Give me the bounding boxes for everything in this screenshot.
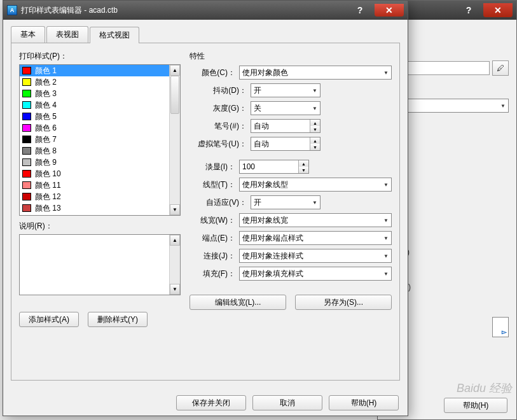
- titlebar: A 打印样式表编辑器 - acad.ctb ? ✕: [3, 1, 408, 20]
- color-swatch-icon: [22, 204, 31, 212]
- pen-label: 笔号(#)：: [190, 121, 247, 132]
- dither-combo[interactable]: 开: [251, 83, 321, 97]
- tab-basic[interactable]: 基本: [11, 26, 45, 43]
- joinstyle-label: 连接(J)：: [190, 251, 235, 262]
- list-item[interactable]: 颜色 9: [20, 157, 169, 168]
- linetype-value: 使用对象线型: [242, 179, 288, 190]
- fillstyle-combo[interactable]: 使用对象填充样式: [239, 267, 392, 281]
- dither-label: 抖动(D)：: [190, 85, 247, 96]
- save-close-button[interactable]: 保存并关闭: [176, 395, 246, 410]
- list-item-label: 颜色 8: [35, 146, 57, 157]
- spin-up-icon[interactable]: ▲: [310, 137, 320, 144]
- scroll-thumb[interactable]: [170, 76, 179, 114]
- color-swatch-icon: [22, 181, 31, 189]
- vpen-value: 自动: [254, 139, 269, 150]
- grayscale-combo[interactable]: 关: [251, 101, 321, 115]
- desc-scroll-up-icon[interactable]: ▲: [170, 235, 180, 246]
- list-item-label: 颜色 1: [35, 66, 57, 76]
- list-item[interactable]: 颜色 10: [20, 168, 169, 179]
- tab-bar: 基本 表视图 格式视图: [11, 26, 400, 43]
- pen-value: 自动: [254, 121, 269, 132]
- spin-down-icon[interactable]: ▼: [310, 126, 320, 132]
- help-button[interactable]: 帮助(H): [329, 395, 399, 410]
- list-item-label: 颜色 6: [35, 123, 57, 134]
- list-item-label: 颜色 13: [35, 203, 61, 214]
- list-item[interactable]: 颜色 7: [20, 134, 169, 145]
- bg-help-button[interactable]: ?: [454, 3, 483, 17]
- fillstyle-value: 使用对象填充样式: [242, 269, 303, 279]
- list-item-label: 颜色 4: [35, 100, 57, 111]
- description-label: 说明(R)：: [19, 221, 181, 232]
- desc-scroll-down-icon[interactable]: ▼: [170, 284, 180, 295]
- lineweight-combo[interactable]: 使用对象线宽: [239, 213, 392, 227]
- grayscale-value: 关: [254, 103, 261, 114]
- list-item[interactable]: 颜色 11: [20, 179, 169, 191]
- cancel-button[interactable]: 取消: [252, 395, 322, 410]
- tab-form[interactable]: 格式视图: [90, 27, 139, 43]
- delete-style-button[interactable]: 删除样式(Y): [88, 312, 148, 327]
- list-item-label: 颜色 12: [35, 192, 61, 202]
- adaptive-value: 开: [254, 197, 261, 208]
- list-item[interactable]: 颜色 2: [20, 76, 169, 88]
- add-style-button[interactable]: 添加样式(A): [19, 312, 79, 327]
- grayscale-label: 灰度(G)：: [190, 103, 247, 114]
- endstyle-combo[interactable]: 使用对象端点样式: [239, 231, 392, 245]
- scroll-up-icon[interactable]: ▲: [170, 65, 180, 76]
- list-item[interactable]: 颜色 1: [20, 65, 169, 76]
- titlebar-help-button[interactable]: ?: [345, 4, 375, 17]
- color-swatch-icon: [22, 147, 31, 155]
- color-value: 使用对象颜色: [242, 67, 288, 78]
- list-item-label: 颜色 11: [35, 180, 61, 191]
- scroll-down-icon[interactable]: ▼: [170, 204, 180, 215]
- pen-spinner[interactable]: 自动▲▼: [251, 119, 321, 133]
- bg-brush-button[interactable]: 🖊: [492, 60, 509, 76]
- list-item-label: 颜色 10: [35, 169, 61, 179]
- fillstyle-label: 填充(F)：: [190, 269, 235, 279]
- list-item-label: 颜色 2: [35, 77, 57, 88]
- adaptive-combo[interactable]: 开: [251, 195, 321, 209]
- description-textarea[interactable]: ▲ ▼: [19, 234, 181, 295]
- screening-spinner[interactable]: 100▲▼: [239, 160, 309, 174]
- edit-lineweight-button[interactable]: 编辑线宽(L)...: [190, 295, 286, 310]
- properties-group-label: 特性: [190, 51, 392, 62]
- list-item[interactable]: 颜色 13: [20, 202, 169, 214]
- desc-scrollbar[interactable]: ▲ ▼: [169, 235, 180, 295]
- list-scrollbar[interactable]: ▲ ▼: [169, 65, 180, 215]
- color-swatch-icon: [22, 124, 31, 132]
- list-item[interactable]: 颜色 3: [20, 88, 169, 99]
- plot-styles-label: 打印样式(P)：: [19, 51, 181, 62]
- linetype-combo[interactable]: 使用对象线型: [239, 178, 392, 192]
- spin-up-icon[interactable]: ▲: [299, 160, 308, 167]
- plot-styles-list[interactable]: 颜色 1颜色 2颜色 3颜色 4颜色 5颜色 6颜色 7颜色 8颜色 9颜色 1…: [19, 64, 181, 216]
- color-label: 颜色(C)：: [190, 67, 235, 78]
- bg-close-button[interactable]: ✕: [483, 3, 513, 17]
- tab-table[interactable]: 表视图: [46, 26, 88, 43]
- bg-help-footer-button[interactable]: 帮助(H): [444, 398, 507, 413]
- color-swatch-icon: [22, 170, 31, 178]
- list-item[interactable]: 颜色 6: [20, 122, 169, 134]
- vpen-spinner[interactable]: 自动▲▼: [251, 137, 321, 151]
- linetype-label: 线型(T)：: [190, 179, 235, 190]
- color-swatch-icon: [22, 136, 31, 143]
- list-item-label: 颜色 5: [35, 111, 57, 122]
- window-title: 打印样式表编辑器 - acad.ctb: [21, 5, 345, 16]
- app-icon: A: [7, 5, 17, 15]
- list-item[interactable]: 颜色 4: [20, 99, 169, 111]
- titlebar-close-button[interactable]: ✕: [375, 4, 404, 17]
- spin-down-icon[interactable]: ▼: [299, 167, 308, 173]
- spin-up-icon[interactable]: ▲: [310, 120, 320, 126]
- list-item[interactable]: 颜色 12: [20, 191, 169, 202]
- joinstyle-combo[interactable]: 使用对象连接样式: [239, 249, 392, 263]
- adaptive-label: 自适应(V)：: [190, 197, 247, 208]
- list-item[interactable]: 颜色 5: [20, 111, 169, 122]
- lineweight-value: 使用对象线宽: [242, 215, 288, 226]
- save-as-button[interactable]: 另存为(S)...: [295, 295, 392, 310]
- joinstyle-value: 使用对象连接样式: [242, 251, 303, 262]
- color-combo[interactable]: 使用对象颜色: [239, 66, 392, 80]
- list-item[interactable]: 颜色 8: [20, 145, 169, 157]
- color-swatch-icon: [22, 158, 31, 166]
- spin-down-icon[interactable]: ▼: [310, 144, 320, 150]
- color-swatch-icon: [22, 193, 31, 200]
- color-swatch-icon: [22, 67, 31, 74]
- page-arrow-icon[interactable]: ▻: [492, 317, 509, 337]
